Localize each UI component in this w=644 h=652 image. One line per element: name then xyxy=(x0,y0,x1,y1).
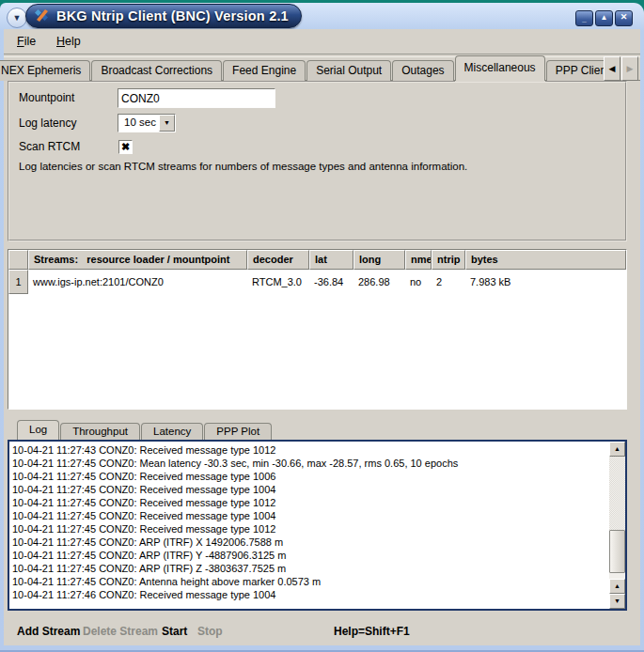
col-header-decoder[interactable]: decoder xyxy=(247,250,309,270)
maximize-button[interactable]: ▲ xyxy=(595,10,613,26)
cell-mountpoint[interactable]: www.igs-ip.net:2101/CONZ0 xyxy=(28,270,247,294)
tab-scroll-right-button[interactable]: ▶ xyxy=(621,56,638,81)
log-line: 10-04-21 11:27:46 CONZ0: Received messag… xyxy=(12,588,606,601)
log-line: 10-04-21 11:27:45 CONZ0: ARP (ITRF) Z -3… xyxy=(12,562,606,575)
arrow-up-icon: ▲ xyxy=(614,445,620,452)
log-latency-label: Log latency xyxy=(19,116,76,130)
maximize-icon: ▲ xyxy=(601,13,608,22)
bottom-tab-bar: Log Throughput Latency PPP Plot xyxy=(8,421,627,440)
col-header-ntrip[interactable]: ntrip xyxy=(432,250,465,270)
tab-feed-engine[interactable]: Feed Engine xyxy=(223,60,306,81)
miscellaneous-panel: Mountpoint Log latency 10 sec ▼ Scan RTC… xyxy=(8,81,627,241)
col-header-mountpoint[interactable]: Streams: resource loader / mountpoint xyxy=(28,250,247,270)
app-icon xyxy=(35,8,50,23)
arrow-right-icon: ▶ xyxy=(627,64,634,73)
scrollbar-track[interactable] xyxy=(609,457,625,564)
cell-lat[interactable]: -36.84 xyxy=(309,270,353,294)
log-line: 10-04-21 11:27:45 CONZ0: Received messag… xyxy=(12,509,606,522)
scroll-up-button-bottom[interactable]: ▲ xyxy=(609,579,625,594)
delete-stream-button[interactable]: Delete Stream xyxy=(83,625,158,638)
help-hint: Help=Shift+F1 xyxy=(334,625,410,638)
tab-scroll-left-button[interactable]: ◀ xyxy=(604,56,620,81)
log-line: 10-04-21 11:27:45 CONZ0: ARP (ITRF) X 14… xyxy=(12,536,606,549)
window-title: BKG Ntrip Client (BNC) Version 2.1 xyxy=(56,8,289,23)
menubar: File Help xyxy=(4,29,640,54)
log-latency-value: 10 sec xyxy=(124,116,156,128)
arrow-down-icon: ▼ xyxy=(614,598,620,604)
minimize-icon: _ xyxy=(576,13,592,25)
minimize-button[interactable]: _ xyxy=(575,10,593,26)
log-latency-select[interactable]: 10 sec ▼ xyxy=(118,114,176,132)
footer-bar: Add Stream Delete Stream Start Stop Help… xyxy=(4,611,640,645)
arrow-up-icon: ▲ xyxy=(614,582,620,589)
tab-rinex-ephemeris[interactable]: NEX Ephemeris xyxy=(0,60,90,81)
col-header-lat[interactable]: lat xyxy=(309,250,353,270)
tab-miscellaneous[interactable]: Miscellaneous xyxy=(455,55,545,81)
add-stream-button[interactable]: Add Stream xyxy=(17,625,80,638)
tab-ppp-plot[interactable]: PPP Plot xyxy=(204,423,272,440)
menu-help-label: elp xyxy=(65,35,81,48)
tab-outages[interactable]: Outages xyxy=(392,60,453,81)
tab-throughput[interactable]: Throughput xyxy=(60,423,140,440)
scroll-down-button[interactable]: ▼ xyxy=(609,594,625,609)
log-line: 10-04-21 11:27:45 CONZ0: Received messag… xyxy=(12,496,606,509)
combo-arrow-icon[interactable]: ▼ xyxy=(159,115,175,132)
window-menu-button[interactable]: ▼ xyxy=(7,8,27,28)
log-line: 10-04-21 11:27:45 CONZ0: Received messag… xyxy=(12,470,606,483)
chevron-down-icon: ▼ xyxy=(13,13,22,23)
start-button[interactable]: Start xyxy=(162,625,187,638)
mountpoint-label: Mountpoint xyxy=(19,91,74,104)
log-line: 10-04-21 11:27:45 CONZ0: Antenna height … xyxy=(12,575,606,588)
scroll-up-button[interactable]: ▲ xyxy=(609,442,625,457)
close-button[interactable]: ✕ xyxy=(615,10,633,26)
cell-decoder[interactable]: RTCM_3.0 xyxy=(247,270,309,294)
stop-button[interactable]: Stop xyxy=(197,625,223,638)
log-output-panel: 10-04-21 11:27:43 CONZ0: Received messag… xyxy=(8,440,627,611)
col-header-long[interactable]: long xyxy=(353,250,405,270)
scan-rtcm-label: Scan RTCM xyxy=(19,140,80,153)
tab-log[interactable]: Log xyxy=(17,420,59,440)
cell-ntrip[interactable]: 2 xyxy=(432,270,465,294)
close-icon: ✕ xyxy=(620,12,628,22)
scrollbar-thumb[interactable] xyxy=(609,530,625,573)
check-icon: ✖ xyxy=(121,141,130,152)
table-row[interactable]: 1 www.igs-ip.net:2101/CONZ0 RTCM_3.0 -36… xyxy=(8,270,626,294)
log-line: 10-04-21 11:27:45 CONZ0: Received messag… xyxy=(12,483,606,496)
scan-rtcm-checkbox[interactable]: ✖ xyxy=(118,140,133,154)
tab-latency[interactable]: Latency xyxy=(141,423,203,440)
menu-file-label: ile xyxy=(24,35,37,48)
cell-bytes[interactable]: 7.983 kB xyxy=(465,270,626,294)
tab-serial-output[interactable]: Serial Output xyxy=(306,60,391,81)
log-line: 10-04-21 11:27:45 CONZ0: Received messag… xyxy=(12,522,606,536)
row-number-cell[interactable]: 1 xyxy=(8,270,28,294)
tab-scroll-buttons: ◀ ▶ xyxy=(603,56,638,81)
mountpoint-input[interactable] xyxy=(118,88,275,108)
log-scrollbar[interactable]: ▲ ▲ ▼ xyxy=(609,442,625,609)
tab-bar: NEX Ephemeris Broadcast Corrections Feed… xyxy=(4,56,640,81)
cell-nmea[interactable]: no xyxy=(405,270,432,294)
arrow-left-icon: ◀ xyxy=(609,64,616,73)
panel-description: Log latencies or scan RTCM streams for n… xyxy=(19,161,467,172)
col-header-nmea[interactable]: nmea xyxy=(405,250,432,270)
title-bar[interactable]: ▼ BKG Ntrip Client (BNC) Version 2.1 _ ▲… xyxy=(0,3,644,29)
log-line: 10-04-21 11:27:43 CONZ0: Received messag… xyxy=(12,443,606,457)
log-line: 10-04-21 11:27:45 CONZ0: ARP (ITRF) Y -4… xyxy=(12,549,606,562)
tab-broadcast-corrections[interactable]: Broadcast Corrections xyxy=(91,60,222,81)
col-header-bytes[interactable]: bytes xyxy=(465,250,626,270)
menu-item-help[interactable]: Help xyxy=(56,35,81,48)
title-capsule: BKG Ntrip Client (BNC) Version 2.1 xyxy=(25,4,302,28)
menu-help-mnemonic: H xyxy=(56,35,65,48)
streams-table-header: Streams: resource loader / mountpoint de… xyxy=(8,250,626,270)
corner-header-cell[interactable] xyxy=(8,250,28,270)
menu-file-mnemonic: F xyxy=(17,35,24,48)
log-line: 10-04-21 11:27:45 CONZ0: Mean latency -3… xyxy=(12,457,606,470)
streams-table: Streams: resource loader / mountpoint de… xyxy=(8,249,627,410)
cell-long[interactable]: 286.98 xyxy=(353,270,405,294)
menu-item-file[interactable]: File xyxy=(17,35,36,48)
desktop: ▼ BKG Ntrip Client (BNC) Version 2.1 _ ▲… xyxy=(0,0,644,652)
log-output[interactable]: 10-04-21 11:27:43 CONZ0: Received messag… xyxy=(12,443,606,607)
